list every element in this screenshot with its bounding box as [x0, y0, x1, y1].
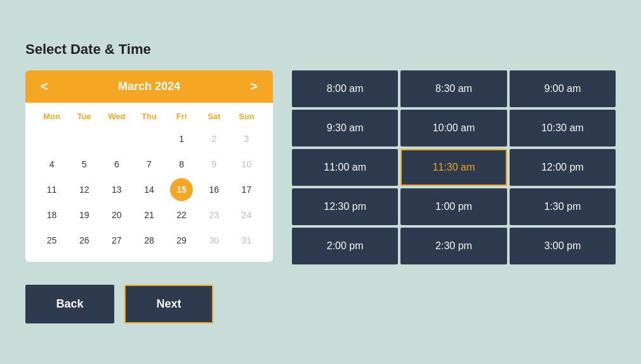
- time-row: 2:00 pm2:30 pm3:00 pm: [292, 228, 616, 264]
- calendar-date[interactable]: 14: [138, 178, 161, 201]
- calendar-day-label: Mon: [36, 109, 68, 124]
- time-row: 9:30 am10:00 am10:30 am: [292, 110, 616, 146]
- calendar-date[interactable]: 10: [235, 153, 258, 176]
- time-slot[interactable]: 8:30 am: [400, 70, 506, 107]
- calendar-day-label: Wed: [100, 109, 133, 124]
- time-slot[interactable]: 12:30 pm: [292, 188, 398, 225]
- calendar-date[interactable]: 6: [105, 153, 128, 176]
- calendar-date[interactable]: 22: [170, 204, 193, 226]
- calendar-date[interactable]: 18: [41, 204, 63, 226]
- page-title: Select Date & Time: [25, 41, 616, 58]
- time-slot[interactable]: 8:00 am: [292, 70, 398, 107]
- calendar-date[interactable]: 23: [202, 204, 225, 226]
- time-row: 12:30 pm1:00 pm1:30 pm: [292, 188, 616, 225]
- calendar-date[interactable]: 24: [235, 204, 258, 226]
- calendar-month-year: March 2024: [118, 80, 180, 93]
- next-button[interactable]: Next: [124, 285, 213, 323]
- calendar-header: < March 2024 >: [25, 70, 273, 103]
- calendar-date[interactable]: 28: [138, 229, 161, 252]
- calendar-date[interactable]: 19: [73, 204, 96, 226]
- calendar-date[interactable]: 1: [170, 127, 193, 150]
- calendar-date: [105, 127, 128, 150]
- calendar-date: [73, 127, 96, 150]
- calendar-date: [138, 127, 161, 150]
- back-button[interactable]: Back: [25, 285, 114, 323]
- calendar-dates: 1234567891011121314151617181920212223242…: [36, 127, 263, 252]
- calendar: < March 2024 > MonTueWedThuFriSatSun 123…: [25, 70, 273, 262]
- time-slot[interactable]: 9:00 am: [510, 70, 616, 107]
- time-slot[interactable]: 10:30 am: [510, 110, 616, 146]
- calendar-day-label: Sun: [230, 109, 263, 124]
- calendar-grid: MonTueWedThuFriSatSun 123456789101112131…: [25, 103, 273, 262]
- calendar-date[interactable]: 29: [170, 229, 193, 252]
- calendar-date[interactable]: 27: [105, 229, 128, 252]
- time-slots-wrapper: 8:00 am8:30 am9:00 am9:30 am10:00 am10:3…: [292, 70, 616, 267]
- calendar-date[interactable]: 5: [73, 153, 96, 176]
- calendar-day-label: Thu: [133, 109, 165, 124]
- time-slot[interactable]: 2:00 pm: [292, 228, 398, 264]
- calendar-date[interactable]: 26: [73, 229, 96, 252]
- calendar-date[interactable]: 3: [235, 127, 258, 150]
- calendar-date[interactable]: 17: [235, 178, 258, 201]
- calendar-date[interactable]: 13: [105, 178, 128, 201]
- time-slot[interactable]: 3:00 pm: [510, 228, 616, 264]
- calendar-date[interactable]: 12: [73, 178, 96, 201]
- calendar-date[interactable]: 16: [202, 178, 225, 201]
- time-slot[interactable]: 9:30 am: [292, 110, 398, 146]
- calendar-day-label: Tue: [68, 109, 100, 124]
- calendar-date[interactable]: 21: [138, 204, 161, 226]
- main-area: < March 2024 > MonTueWedThuFriSatSun 123…: [25, 70, 616, 267]
- calendar-date[interactable]: 15: [170, 178, 193, 201]
- time-slot[interactable]: 11:30 am: [400, 149, 506, 186]
- calendar-date[interactable]: 30: [202, 229, 225, 252]
- calendar-day-headers: MonTueWedThuFriSatSun: [36, 109, 263, 124]
- calendar-date[interactable]: 4: [41, 153, 63, 176]
- calendar-date[interactable]: 31: [235, 229, 258, 252]
- button-row: Back Next: [25, 285, 616, 323]
- time-slot[interactable]: 2:30 pm: [400, 228, 506, 264]
- time-slot[interactable]: 11:00 am: [292, 149, 398, 186]
- calendar-date[interactable]: 9: [202, 153, 225, 176]
- calendar-next-button[interactable]: >: [245, 78, 263, 95]
- calendar-date[interactable]: 8: [170, 153, 193, 176]
- calendar-prev-button[interactable]: <: [36, 78, 53, 95]
- calendar-date: [41, 127, 63, 150]
- time-slot[interactable]: 1:30 pm: [510, 188, 616, 225]
- calendar-day-label: Sat: [198, 109, 230, 124]
- calendar-date[interactable]: 7: [138, 153, 161, 176]
- calendar-date[interactable]: 25: [41, 229, 63, 252]
- time-slot[interactable]: 12:00 pm: [510, 149, 616, 186]
- time-slot[interactable]: 10:00 am: [400, 110, 506, 146]
- time-row: 8:00 am8:30 am9:00 am: [292, 70, 616, 107]
- time-row: 11:00 am11:30 am12:00 pm: [292, 149, 616, 186]
- time-slot[interactable]: 1:00 pm: [400, 188, 506, 225]
- calendar-date[interactable]: 2: [202, 127, 225, 150]
- calendar-date[interactable]: 11: [41, 178, 63, 201]
- calendar-date[interactable]: 20: [105, 204, 128, 226]
- calendar-day-label: Fri: [166, 109, 198, 124]
